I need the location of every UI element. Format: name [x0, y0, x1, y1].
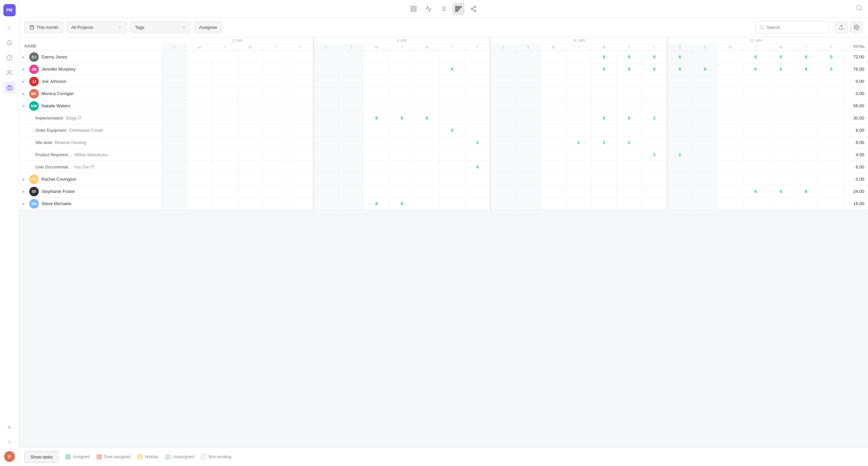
day-cell[interactable]	[490, 137, 515, 149]
day-cell[interactable]	[490, 51, 515, 63]
person-name-row-joe-johnson[interactable]: ►JJJoe Johnson	[22, 77, 159, 86]
day-cell[interactable]	[642, 124, 667, 137]
day-cell[interactable]	[465, 198, 490, 210]
day-cell[interactable]	[263, 112, 288, 124]
day-cell[interactable]	[718, 63, 743, 75]
day-cell[interactable]	[414, 149, 439, 161]
day-cell[interactable]: 6	[591, 112, 617, 124]
day-cell[interactable]: 2	[642, 112, 667, 124]
day-cell[interactable]	[288, 161, 313, 173]
day-cell[interactable]	[313, 149, 338, 161]
expand-chevron[interactable]: ►	[22, 67, 27, 71]
day-cell[interactable]	[819, 124, 844, 137]
day-cell[interactable]	[667, 75, 692, 88]
day-cell[interactable]	[667, 124, 692, 137]
day-cell[interactable]	[617, 185, 642, 198]
day-cell[interactable]	[212, 137, 238, 149]
day-cell[interactable]	[212, 63, 238, 75]
day-cell[interactable]	[718, 112, 743, 124]
day-cell[interactable]: 8	[364, 112, 389, 124]
day-cell[interactable]	[617, 100, 642, 112]
export-button[interactable]	[835, 21, 848, 33]
day-cell[interactable]	[490, 88, 515, 100]
day-cell[interactable]	[414, 173, 439, 185]
day-cell[interactable]	[490, 100, 515, 112]
day-cell[interactable]	[642, 185, 667, 198]
day-cell[interactable]	[162, 137, 187, 149]
day-cell[interactable]	[566, 51, 591, 63]
day-cell[interactable]	[338, 51, 364, 63]
day-cell[interactable]	[718, 88, 743, 100]
day-cell[interactable]	[238, 63, 263, 75]
day-cell[interactable]	[718, 100, 743, 112]
day-cell[interactable]: 8	[667, 51, 692, 63]
day-cell[interactable]	[743, 112, 768, 124]
search-input[interactable]	[766, 25, 821, 30]
day-cell[interactable]: 6	[414, 112, 439, 124]
day-cell[interactable]	[162, 100, 187, 112]
day-cell[interactable]	[718, 124, 743, 137]
day-cell[interactable]	[743, 100, 768, 112]
day-cell[interactable]	[768, 198, 793, 210]
day-cell[interactable]	[338, 149, 364, 161]
day-cell[interactable]	[465, 112, 490, 124]
day-cell[interactable]	[187, 198, 212, 210]
day-cell[interactable]	[187, 185, 212, 198]
day-cell[interactable]	[364, 173, 389, 185]
day-cell[interactable]	[162, 112, 187, 124]
day-cell[interactable]	[440, 75, 465, 88]
search-box[interactable]	[755, 21, 830, 33]
day-cell[interactable]	[238, 173, 263, 185]
day-cell[interactable]	[692, 100, 717, 112]
day-cell[interactable]	[288, 88, 313, 100]
analytics-view-icon[interactable]	[422, 3, 435, 15]
flow-view-icon[interactable]	[467, 3, 480, 15]
day-cell[interactable]	[288, 63, 313, 75]
day-cell[interactable]	[238, 75, 263, 88]
day-cell[interactable]	[187, 149, 212, 161]
day-cell[interactable]	[819, 112, 844, 124]
day-cell[interactable]	[465, 75, 490, 88]
day-cell[interactable]	[819, 173, 844, 185]
assignee-button[interactable]: Assignee	[194, 21, 222, 33]
day-cell[interactable]	[414, 124, 439, 137]
day-cell[interactable]	[490, 149, 515, 161]
day-cell[interactable]	[288, 198, 313, 210]
day-cell[interactable]	[794, 75, 819, 88]
day-cell[interactable]	[440, 112, 465, 124]
day-cell[interactable]	[692, 124, 717, 137]
day-cell[interactable]	[414, 88, 439, 100]
day-cell[interactable]	[465, 88, 490, 100]
day-cell[interactable]	[794, 88, 819, 100]
day-cell[interactable]: 2	[465, 137, 490, 149]
day-cell[interactable]	[338, 198, 364, 210]
day-cell[interactable]	[516, 149, 541, 161]
day-cell[interactable]	[591, 124, 617, 137]
sidebar-item-clock[interactable]	[3, 52, 16, 64]
day-cell[interactable]	[591, 88, 617, 100]
day-cell[interactable]	[364, 100, 389, 112]
day-cell[interactable]	[263, 173, 288, 185]
day-cell[interactable]	[667, 185, 692, 198]
day-cell[interactable]	[794, 161, 819, 173]
day-cell[interactable]	[617, 173, 642, 185]
day-cell[interactable]	[566, 124, 591, 137]
expand-chevron[interactable]: ►	[22, 202, 27, 206]
day-cell[interactable]	[819, 75, 844, 88]
day-cell[interactable]	[490, 112, 515, 124]
day-cell[interactable]: 2	[591, 137, 617, 149]
day-cell[interactable]	[338, 100, 364, 112]
day-cell[interactable]	[187, 137, 212, 149]
day-cell[interactable]	[313, 161, 338, 173]
day-cell[interactable]	[263, 161, 288, 173]
expand-chevron[interactable]: ►	[22, 190, 27, 194]
day-cell[interactable]	[288, 137, 313, 149]
day-cell[interactable]	[389, 173, 414, 185]
day-cell[interactable]	[490, 185, 515, 198]
expand-chevron[interactable]: ►	[22, 92, 27, 96]
day-cell[interactable]	[819, 198, 844, 210]
day-cell[interactable]	[541, 137, 566, 149]
day-cell[interactable]: 6	[440, 63, 465, 75]
day-cell[interactable]	[414, 63, 439, 75]
day-cell[interactable]	[338, 137, 364, 149]
